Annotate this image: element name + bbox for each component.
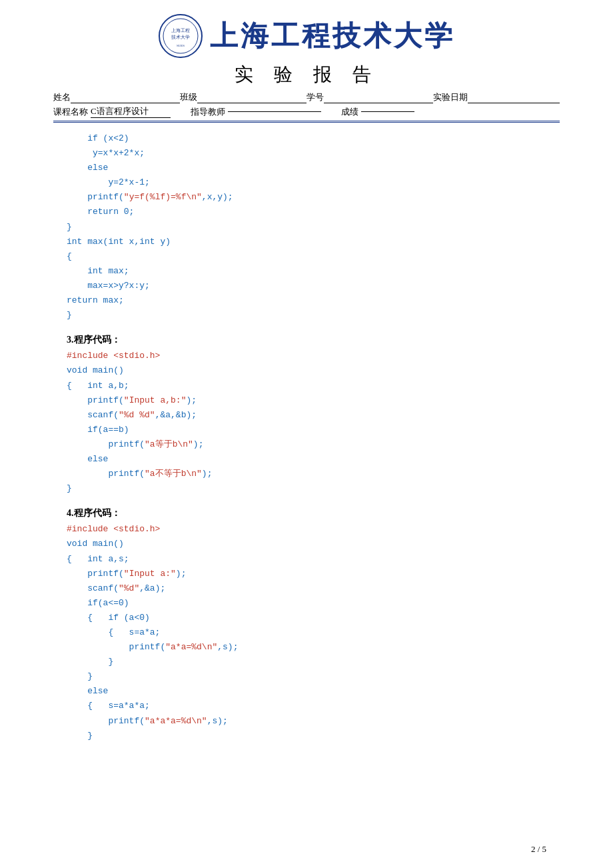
code-line: } — [67, 308, 546, 323]
section3-heading: 3.程序代码： — [67, 332, 546, 347]
date-field: 实验日期 — [433, 91, 560, 103]
header: 上海工程 技术大学 SUES 上海工程技术大学 实 验 报 告 姓名 班级 学号… — [0, 0, 613, 126]
code-line: #include <stdio.h> — [67, 349, 546, 363]
code-line: } — [67, 669, 546, 684]
score-label: 成绩 — [341, 106, 358, 118]
class-field: 班级 — [180, 91, 306, 103]
code-line: void main() — [67, 363, 546, 378]
course-value: C语言程序设计 — [91, 105, 171, 118]
content-area: if (x<2) y=x*x+2*x; else y=2*x-1; printf… — [0, 126, 613, 763]
id-label: 学号 — [306, 91, 324, 103]
code-section4: #include <stdio.h> void main() { int a,s… — [67, 522, 546, 743]
code-line: printf("Input a:"); — [67, 567, 546, 581]
code-line: { s=a*a; — [67, 625, 546, 640]
code-line: if (x<2) — [67, 131, 546, 146]
code-line: y=x*x+2*x; — [67, 146, 546, 161]
code-line: printf("y=f(%lf)=%f\n",x,y); — [67, 190, 546, 205]
code-line: printf("a*a=%d\n",s); — [67, 640, 546, 655]
code-line: if(a<=0) — [67, 596, 546, 611]
id-field: 学号 — [306, 91, 433, 103]
code-line: } — [67, 729, 546, 743]
course-label: 课程名称 — [53, 106, 88, 118]
code-line: { int a,b; — [67, 379, 546, 393]
page-number: 2 / 5 — [531, 844, 546, 855]
section4-heading: 4.程序代码： — [67, 505, 546, 521]
score-value — [361, 111, 414, 112]
id-value — [324, 91, 433, 103]
university-logo: 上海工程 技术大学 SUES — [158, 13, 203, 59]
header-divider — [53, 121, 560, 123]
name-label: 姓名 — [53, 91, 71, 103]
code-line: #include <stdio.h> — [67, 522, 546, 537]
code-line: } — [67, 655, 546, 669]
header-top: 上海工程 技术大学 SUES 上海工程技术大学 — [158, 13, 455, 59]
name-value — [71, 91, 180, 103]
code-line: void main() — [67, 537, 546, 551]
svg-text:SUES: SUES — [177, 44, 185, 47]
code-line: { int a,s; — [67, 552, 546, 567]
code-line: } — [67, 220, 546, 235]
code-line: y=2*x-1; — [67, 175, 546, 190]
teacher-label: 指导教师 — [191, 106, 225, 118]
code-line: else — [67, 161, 546, 175]
code-line: scanf("%d %d",&a,&b); — [67, 408, 546, 423]
svg-text:上海工程: 上海工程 — [171, 28, 190, 33]
date-label: 实验日期 — [433, 91, 468, 103]
code-line: printf("Input a,b:"); — [67, 393, 546, 408]
class-value — [197, 91, 306, 103]
name-field: 姓名 — [53, 91, 180, 103]
code-line: int max; — [67, 264, 546, 279]
university-name: 上海工程技术大学 — [210, 17, 455, 55]
class-label: 班级 — [180, 91, 197, 103]
code-line: printf("a*a*a=%d\n",s); — [67, 714, 546, 729]
info-row-2: 课程名称 C语言程序设计 指导教师 成绩 — [53, 105, 560, 118]
code-line: printf("a等于b\n"); — [67, 437, 546, 452]
code-line: { s=a*a*a; — [67, 699, 546, 713]
code-line: return 0; — [67, 205, 546, 219]
date-value — [468, 91, 560, 103]
code-line: } — [67, 481, 546, 496]
code-line: { if (a<0) — [67, 611, 546, 625]
code-line: { — [67, 249, 546, 264]
code-line: int max(int x,int y) — [67, 235, 546, 249]
code-line: scanf("%d",&a); — [67, 581, 546, 596]
report-title: 实 验 报 告 — [235, 62, 379, 87]
code-line: if(a==b) — [67, 423, 546, 437]
page: 上海工程 技术大学 SUES 上海工程技术大学 实 验 报 告 姓名 班级 学号… — [0, 0, 613, 868]
code-line: printf("a不等于b\n"); — [67, 467, 546, 481]
code-line: else — [67, 684, 546, 699]
svg-text:技术大学: 技术大学 — [171, 35, 190, 40]
code-section3: #include <stdio.h> void main() { int a,b… — [67, 349, 546, 496]
code-continuation: if (x<2) y=x*x+2*x; else y=2*x-1; printf… — [67, 131, 546, 323]
teacher-value — [228, 111, 321, 112]
code-line: max=x>y?x:y; — [67, 279, 546, 293]
code-line: return max; — [67, 293, 546, 308]
info-row-1: 姓名 班级 学号 实验日期 — [53, 91, 560, 103]
code-line: else — [67, 452, 546, 467]
